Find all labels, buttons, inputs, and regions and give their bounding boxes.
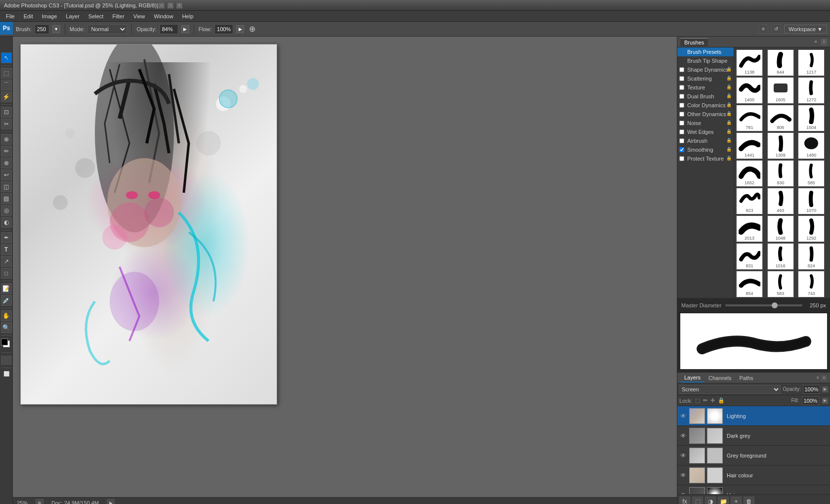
brush-cell-1138[interactable]: 1138 [736,49,763,76]
menu-select[interactable]: Select [84,12,108,20]
menu-edit[interactable]: Edit [20,12,37,20]
brush-cell-493[interactable]: 493 [767,188,794,214]
layer-delete-btn[interactable]: 🗑 [744,497,754,504]
tool-dodge[interactable]: ◐ [1,217,12,228]
layer-row-lighting[interactable]: 👁 Lighting [677,406,830,426]
layer-row-hair[interactable]: 👁 Hair [677,485,830,494]
brush-cell-1070[interactable]: 1070 [798,188,825,214]
tool-eraser[interactable]: ◫ [1,181,12,192]
tool-spot-heal[interactable]: ⊕ [1,134,12,145]
brush-cell-1309[interactable]: 1309 [767,132,794,159]
lock-position-btn[interactable]: ✛ [710,397,715,404]
brush-cell-806[interactable]: 806 [767,105,794,131]
tool-notes[interactable]: 📝 [1,283,12,294]
brush-cell-585[interactable]: 585 [798,160,825,187]
mode-select[interactable]: Normal Dissolve Multiply Screen [87,24,127,34]
preset-smoothing[interactable]: Smoothing 🔒 [677,145,734,154]
layer-eye-grey-fg[interactable]: 👁 [679,452,687,460]
brush-cell-1400[interactable]: 1400 [736,77,763,104]
tool-eyedropper[interactable]: 💉 [1,295,12,306]
flow-arrow[interactable]: ▶ [236,25,244,33]
brush-cell-743[interactable]: 743 [798,271,825,297]
brushes-options-btn[interactable]: ≡ [821,39,827,45]
tool-clone[interactable]: ⊗ [1,158,12,168]
lock-transparent-btn[interactable]: ⬚ [695,397,700,404]
layer-mask-btn[interactable]: ⬚ [692,497,703,504]
airbrush-btn[interactable]: ⊕ [249,24,255,34]
brush-cell-1652[interactable]: 1652 [736,160,763,187]
menu-window[interactable]: Window [150,12,177,20]
brush-cell-1480[interactable]: 1480 [798,132,825,159]
layer-eye-lighting[interactable]: 👁 [679,412,687,420]
lock-image-btn[interactable]: ✏ [703,397,707,404]
history-btn[interactable]: ↺ [771,24,781,34]
tool-crop[interactable]: ⊡ [1,107,12,118]
flow-input[interactable] [214,24,233,34]
tool-blur[interactable]: ◎ [1,205,12,216]
screen-mode-btn[interactable]: ⬜ [2,370,10,378]
preset-dual-brush[interactable]: Dual Brush 🔒 [677,92,734,101]
minimize-btn[interactable]: ─ [158,2,165,9]
menu-image[interactable]: Image [38,12,61,20]
preset-brush-presets[interactable]: Brush Presets [677,47,734,56]
preset-scattering[interactable]: Scattering 🔒 [677,74,734,83]
tool-pen[interactable]: ✒ [1,232,12,243]
tool-move[interactable]: ↖ [1,52,12,63]
blend-mode-select[interactable]: Screen Normal Multiply Overlay [679,385,781,394]
brush-cell-1292[interactable]: 1292 [798,215,825,242]
fill-arrow[interactable]: ▶ [822,398,828,404]
menu-file[interactable]: File [2,12,19,20]
opacity-arrow[interactable]: ▶ [181,25,189,33]
brush-cell-854[interactable]: 854 [736,271,763,297]
brush-cell-1441[interactable]: 1441 [736,132,763,159]
opacity-arrow[interactable]: ▶ [822,386,828,392]
fill-input[interactable] [802,396,819,405]
diameter-slider-thumb[interactable] [772,302,778,308]
layer-new-btn[interactable]: + [731,497,742,504]
preset-wet-edges[interactable]: Wet Edges 🔒 [677,127,734,136]
tool-history-brush[interactable]: ↩ [1,169,12,180]
layers-tab-paths[interactable]: Paths [736,374,757,382]
layers-tab-layers[interactable]: Layers [680,374,705,382]
brush-cell-1504[interactable]: 1504 [798,105,825,131]
brush-cell-2013[interactable]: 2013 [736,215,763,242]
tool-marquee[interactable]: ⬚ [1,68,12,79]
layer-row-hair-colour[interactable]: 👁 Hair colour [677,465,830,485]
menu-help[interactable]: Help [178,12,198,20]
preset-other-dynamics[interactable]: Other Dynamics 🔒 [677,110,734,119]
brush-cell-781[interactable]: 781 [736,105,763,131]
preset-airbrush[interactable]: Airbrush 🔒 [677,136,734,145]
brushes-close[interactable]: × [814,39,817,44]
menu-filter[interactable]: Filter [108,12,128,20]
layer-row-grey-fg[interactable]: 👁 Grey foreground [677,446,830,465]
layer-group-btn[interactable]: 📁 [718,497,729,504]
brush-cell-824[interactable]: 824 [798,243,825,270]
zoom-btn[interactable]: ⊕ [36,499,43,504]
menu-view[interactable]: View [129,12,149,20]
brush-cell-1048[interactable]: 1048 [767,215,794,242]
brush-cell-930[interactable]: 930 [767,160,794,187]
tool-gradient[interactable]: ▨ [1,193,12,204]
layer-adj-btn[interactable]: ◑ [705,497,716,504]
tool-path-select[interactable]: ↗ [1,256,12,267]
preset-noise[interactable]: Noise 🔒 [677,119,734,127]
preset-shape-dynamics[interactable]: Shape Dynamics 🔒 [677,65,734,74]
standard-mode-btn[interactable] [1,356,6,365]
brush-picker-btn[interactable]: ▼ [52,25,60,33]
opacity-input[interactable] [803,385,820,394]
layers-close[interactable]: × [816,375,819,380]
maximize-btn[interactable]: □ [167,2,174,9]
lock-all-btn[interactable]: 🔒 [718,397,725,404]
tool-hand[interactable]: ✋ [1,310,12,321]
layer-eye-hair-colour[interactable]: 👁 [679,471,687,479]
preset-texture[interactable]: Texture 🔒 [677,83,734,92]
tool-slice[interactable]: ✂ [1,119,12,129]
brush-size-input[interactable] [35,24,49,34]
menu-layer[interactable]: Layer [62,12,83,20]
tool-brush[interactable]: ✏ [1,146,12,157]
layer-fx-btn[interactable]: fx [679,497,690,504]
opacity-input[interactable] [160,24,178,34]
preset-brush-tip-shape[interactable]: Brush Tip Shape [677,56,734,65]
brush-cell-1016a[interactable]: 1016 [767,243,794,270]
tool-zoom[interactable]: 🔍 [1,322,12,333]
